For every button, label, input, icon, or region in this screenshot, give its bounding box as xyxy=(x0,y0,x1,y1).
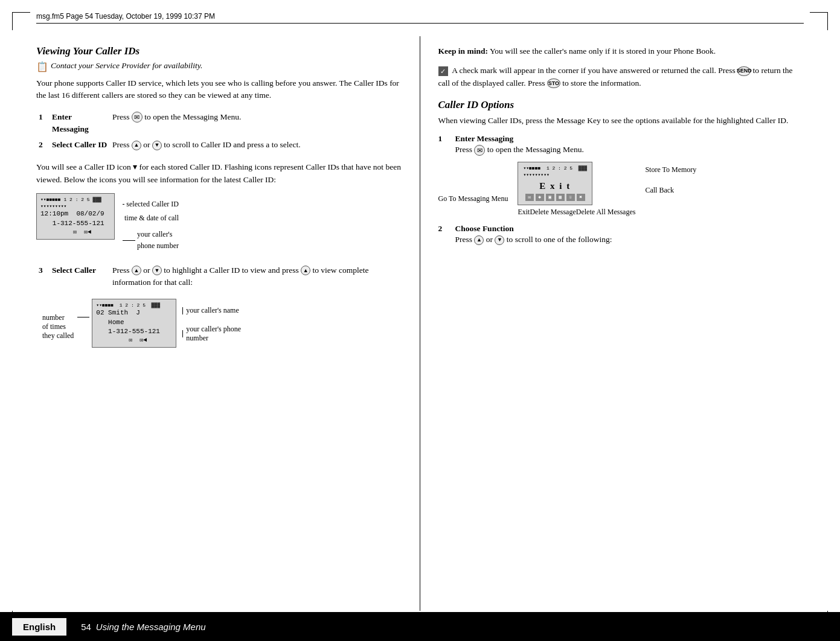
label-called: they called xyxy=(42,331,74,340)
options-labels-left: Go To Messaging Menu xyxy=(438,162,508,208)
right-step-2-press: Press xyxy=(455,235,473,244)
step-3-or: or xyxy=(143,266,150,275)
scroll-down-icon: ▼ xyxy=(152,141,162,150)
step-3-label: Select Caller xyxy=(50,263,110,291)
step-3-num: 3 xyxy=(36,263,50,291)
footer-bar: English 54 Using the Messaging Menu xyxy=(0,612,840,641)
diagram2-left-labels: number of times they called xyxy=(42,299,74,340)
selected-label-text: selected Caller ID xyxy=(126,199,179,210)
note-icon: 📋 xyxy=(36,61,48,72)
label-time: time & date of call xyxy=(121,212,179,224)
screen-mockup-1: ▾▾■■■■■ 1 2 : 2 5 ▓▓▓ ▾▾▾▾▾▾▾▾▾ 12:10pm … xyxy=(36,193,115,240)
icon-envelope: ✉ xyxy=(525,194,534,201)
scroll-down-icon-2: ▼ xyxy=(152,266,162,275)
step-2-or: or xyxy=(143,140,150,149)
sto-button-icon: STO xyxy=(547,78,560,88)
screen-line-2: 12:10pm 08/02/9 xyxy=(40,209,111,218)
icon-grid1: ▣ xyxy=(546,194,554,201)
messaging-icon-1: ✉ xyxy=(132,112,143,123)
step-1-row: 1 Enter Messaging Press ✉ to open the Me… xyxy=(36,109,402,138)
note-text: Contact your Service Provider for availa… xyxy=(51,61,202,71)
footer-page-number: 54 xyxy=(81,622,91,632)
right-label-phone: your caller's phonenumber xyxy=(182,325,241,343)
step-2-press: Press xyxy=(112,140,130,149)
checkmark-icon: ✓ xyxy=(438,66,448,76)
store-memory-label: Store To Memory xyxy=(645,164,696,175)
caller-diagram-2: number of times they called ▾▾■■■■ 1 2 :… xyxy=(42,299,402,348)
keep-in-mind-text: You will see the caller's name only if i… xyxy=(490,46,716,56)
checkmark-block: ✓ A check mark will appear in the corner… xyxy=(438,65,804,89)
right-step-1-label: Enter Messaging xyxy=(455,134,804,144)
s2-line4: 1-312-555-121 xyxy=(96,327,172,336)
left-column: Viewing Your Caller IDs 📋 Contact your S… xyxy=(36,33,420,611)
keep-in-mind-block: Keep in mind: You will see the caller's … xyxy=(438,45,804,57)
crop-mark-tl xyxy=(12,12,30,30)
scroll-up-icon-2: ▲ xyxy=(132,266,141,275)
arrow-left xyxy=(77,317,89,317)
step-1-desc: Press ✉ to open the Messaging Menu. xyxy=(110,109,402,138)
right-step-2-desc: Press ▲ or ▼ to scroll to one of the fol… xyxy=(455,234,804,246)
delete-msg-text: Delete Message xyxy=(530,208,575,216)
screen-line-3: 1-312-555-121 xyxy=(40,219,111,228)
diagram1-labels: selected Caller ID time & date of call y… xyxy=(121,193,179,253)
options-screen-wrap: ▾▾■■■■ 1 2 : 2 5 ▓▓▓ ▾▾▾▾▾▾▾▾▾ E x i t ✉… xyxy=(518,162,635,216)
left-section-title: Viewing Your Caller IDs xyxy=(36,45,402,57)
icon-grid2: ▦ xyxy=(556,194,565,201)
label-phone: your caller'sphone number xyxy=(121,229,179,252)
delete-msg-label: Delete Message xyxy=(530,208,575,217)
phone-label-text: your caller'sphone number xyxy=(137,229,179,252)
time-label-text: time & date of call xyxy=(124,212,179,224)
icon-phone: ☏ xyxy=(566,194,575,201)
screen-mockup-2: ▾▾■■■■ 1 2 : 2 5 ▓▓▓ 02 Smith J Home 1-3… xyxy=(92,299,176,348)
step-1-desc2: to open the Messaging Menu. xyxy=(144,112,241,121)
menu-bottom-labels: Exit Delete Message Delete All Messages xyxy=(518,208,635,217)
step-2-num: 2 xyxy=(36,137,50,153)
keep-in-mind-label: Keep in mind: xyxy=(438,46,489,56)
header-text: msg.fm5 Page 54 Tuesday, October 19, 199… xyxy=(36,12,215,21)
right-step-2-row: 2 Choose Function Press ▲ or ▼ to scroll… xyxy=(438,224,804,246)
right-step-2-num: 2 xyxy=(438,224,450,234)
step-2-row: 2 Select Caller ID Press ▲ or ▼ to scrol… xyxy=(36,137,402,153)
header-bar: msg.fm5 Page 54 Tuesday, October 19, 199… xyxy=(36,12,804,24)
footer-language: English xyxy=(12,618,66,636)
options-labels-right: Store To Memory Call Back xyxy=(645,162,696,196)
scroll-up-icon: ▲ xyxy=(132,141,141,150)
call-back-label: Call Back xyxy=(645,185,696,196)
scroll-down-icon-r: ▼ xyxy=(495,235,504,245)
exit-label: Exit xyxy=(518,208,530,217)
dash-phone xyxy=(123,240,135,241)
label-selected: selected Caller ID xyxy=(121,199,179,210)
label-number: number xyxy=(42,313,74,322)
right-column: Keep in mind: You will see the caller's … xyxy=(420,33,804,611)
screen-line-4: ✉ ✉◄ xyxy=(40,228,111,237)
step-2-desc: Press ▲ or ▼ to scroll to Caller ID and … xyxy=(110,137,402,153)
right-label-name: your caller's name xyxy=(182,306,241,315)
checkmark-text-1: A check mark will appear in the corner i… xyxy=(452,66,736,75)
delete-all-label: Delete All Messages xyxy=(576,208,636,217)
caller-id-options-body: When viewing Caller IDs, press the Messa… xyxy=(438,115,804,127)
body-text-2: You will see a Caller ID icon ▾ for each… xyxy=(36,161,402,186)
s2-line1: ▾▾■■■■ 1 2 : 2 5 ▓▓▓ xyxy=(96,302,172,308)
icon-star: ✱ xyxy=(536,194,544,201)
step-2-label: Select Caller ID xyxy=(50,137,110,153)
note-line: 📋 Contact your Service Provider for avai… xyxy=(36,61,402,72)
step-3-desc3: to highlight a Caller ID to view and pre… xyxy=(164,266,301,275)
vert-line-phone xyxy=(182,330,183,337)
right-label-phone-text: your caller's phonenumber xyxy=(186,325,241,343)
delete-all-text: Delete All Messages xyxy=(576,208,636,216)
scroll-up-icon-r: ▲ xyxy=(474,235,484,245)
step-1-num: 1 xyxy=(36,109,50,138)
body-text-1: Your phone supports Caller ID service, w… xyxy=(36,77,402,102)
caller-diagram-1: ▾▾■■■■■ 1 2 : 2 5 ▓▓▓ ▾▾▾▾▾▾▾▾▾ 12:10pm … xyxy=(36,193,402,253)
right-step-1-desc: Press ✉ to open the Messaging Menu. xyxy=(455,144,804,156)
opt-exit: E x i t xyxy=(523,180,587,193)
step-1-press: Press xyxy=(112,112,130,121)
main-content: Viewing Your Caller IDs 📋 Contact your S… xyxy=(36,33,804,611)
options-diagram: Go To Messaging Menu ▾▾■■■■ 1 2 : 2 5 ▓▓… xyxy=(438,162,804,216)
right-step-2-label: Choose Function xyxy=(455,224,804,234)
icon-x: ✖ xyxy=(577,194,585,201)
crop-mark-tr xyxy=(810,12,828,30)
opt-icon-row: ✉ ✱ ▣ ▦ ☏ ✖ xyxy=(523,194,587,201)
send-button-icon: SEND xyxy=(737,66,751,76)
scroll-select-icon: ▲ xyxy=(301,266,310,275)
